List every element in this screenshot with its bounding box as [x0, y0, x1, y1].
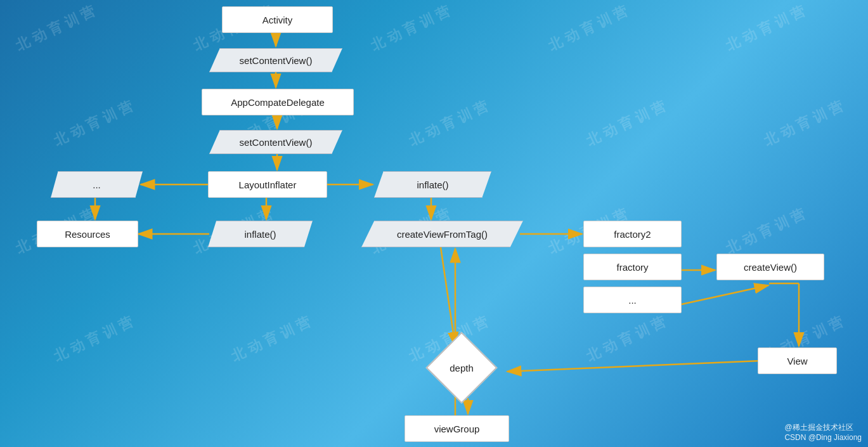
dotdot2-box: ...	[583, 287, 682, 313]
setcontentview2-box: setContentView()	[209, 130, 342, 154]
dotdot2-label: ...	[628, 295, 637, 306]
fractory-label: fractory	[616, 262, 648, 273]
fractory2-box: fractory2	[583, 221, 682, 247]
watermark: 北 动 育 训 营	[368, 2, 453, 55]
watermark: 北 动 育 训 营	[583, 97, 669, 150]
createview-box: createView()	[716, 254, 824, 280]
watermark: 北 动 育 训 营	[761, 97, 846, 150]
setcontentview1-label: setContentView()	[240, 55, 313, 66]
layoutinflater-box: LayoutInflater	[208, 171, 327, 198]
watermark: 北 动 育 训 营	[545, 2, 631, 55]
credit: @稀土掘金技术社区 CSDN @Ding Jiaxiong	[784, 422, 862, 442]
view-box: View	[758, 347, 837, 374]
watermark: 北 动 育 训 营	[583, 313, 669, 366]
appcompatedlegate-box: AppCompateDelegate	[202, 89, 354, 115]
layoutinflater-label: LayoutInflater	[239, 179, 297, 190]
viewgroup-box: viewGroup	[405, 415, 509, 442]
dotdot1-box: ...	[51, 171, 143, 198]
fractory2-label: fractory2	[614, 229, 651, 240]
viewgroup-label: viewGroup	[434, 424, 480, 434]
svg-line-14	[678, 285, 768, 305]
watermark: 北 动 育 训 营	[406, 97, 491, 150]
diagram: 北 动 育 训 营 北 动 育 训 营 北 动 育 训 营 北 动 育 训 营 …	[0, 0, 868, 447]
activity-label: Activity	[262, 15, 293, 25]
watermark: 北 动 育 训 营	[723, 2, 808, 55]
watermark: 北 动 育 训 营	[13, 2, 98, 55]
createview-label: createView()	[744, 262, 797, 273]
inflate1-label: inflate()	[417, 179, 448, 190]
activity-box: Activity	[222, 6, 333, 33]
resources-label: Resources	[65, 229, 110, 240]
view-label: View	[787, 356, 807, 366]
inflate1-box: inflate()	[374, 171, 491, 198]
watermark: 北 动 育 训 营	[51, 313, 136, 366]
watermark: 北 动 育 训 营	[723, 205, 808, 258]
watermark: 北 动 育 训 营	[51, 97, 136, 150]
setcontentview2-label: setContentView()	[240, 137, 313, 148]
svg-line-18	[441, 247, 455, 346]
resources-box: Resources	[37, 221, 138, 247]
appcompatedlegate-label: AppCompateDelegate	[231, 97, 325, 108]
inflate2-box: inflate()	[208, 221, 313, 247]
depth-diamond-label: depth	[430, 347, 493, 389]
credit-line1: @稀土掘金技术社区	[784, 422, 862, 433]
setcontentview1-box: setContentView()	[209, 48, 342, 72]
createviewfromtag-box: createViewFromTag()	[361, 221, 523, 247]
inflate2-label: inflate()	[244, 229, 276, 240]
credit-line2: CSDN @Ding Jiaxiong	[784, 433, 862, 442]
createviewfromtag-label: createViewFromTag()	[397, 229, 488, 240]
fractory-box: fractory	[583, 254, 682, 280]
svg-line-17	[507, 361, 761, 372]
watermark: 北 动 育 训 营	[228, 313, 314, 366]
dotdot1-label: ...	[93, 179, 101, 190]
